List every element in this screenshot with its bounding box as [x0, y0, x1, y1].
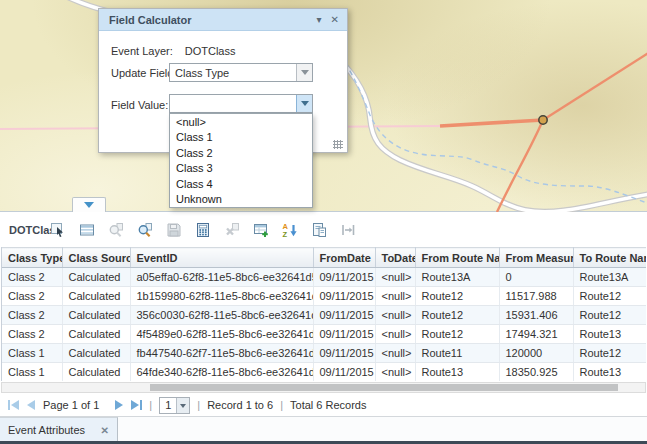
dropdown-option[interactable]: Class 2	[170, 145, 312, 161]
panel-collapse-button[interactable]	[72, 197, 106, 212]
cell-from-measure[interactable]: 0	[499, 268, 573, 287]
cell-to-route-name[interactable]: Route12	[573, 344, 646, 363]
cell-class-type[interactable]: Class 2	[2, 325, 62, 344]
page-select-dropdown-button[interactable]	[176, 398, 189, 413]
cell-class-source[interactable]: Calculated	[62, 344, 130, 363]
cell-from-route-name[interactable]: Route12	[415, 306, 499, 325]
cell-to-date[interactable]: <null>	[375, 344, 415, 363]
resize-grip[interactable]	[333, 140, 343, 149]
table-row[interactable]: Class 2 Calculated 1b159980-62f8-11e5-8b…	[2, 287, 646, 306]
dropdown-option[interactable]: Class 4	[170, 176, 312, 192]
attribute-table-panel: DOTClass	[0, 212, 647, 444]
cell-class-type[interactable]: Class 2	[2, 268, 62, 287]
cell-from-measure[interactable]: 11517.988	[499, 287, 573, 306]
cell-from-date[interactable]: 09/11/2015	[313, 363, 375, 382]
cell-event-id[interactable]: 1b159980-62f8-11e5-8bc6-ee32641d5ec9	[130, 287, 313, 306]
scrollbar-thumb[interactable]	[150, 384, 618, 391]
cell-from-date[interactable]: 09/11/2015	[313, 268, 375, 287]
cell-from-date[interactable]: 09/11/2015	[313, 287, 375, 306]
cell-event-id[interactable]: a05effa0-62f8-11e5-8bc6-ee32641d5ec9	[130, 268, 313, 287]
table-row[interactable]: Class 1 Calculated fb447540-62f7-11e5-8b…	[2, 344, 646, 363]
cell-class-source[interactable]: Calculated	[62, 363, 130, 382]
dialog-close-icon[interactable]: ✕	[331, 15, 339, 25]
cell-class-source[interactable]: Calculated	[62, 287, 130, 306]
column-header[interactable]: From Measure	[499, 248, 573, 268]
dropdown-option[interactable]: <null>	[170, 114, 312, 130]
cell-class-type[interactable]: Class 1	[2, 344, 62, 363]
cell-from-route-name[interactable]: Route13A	[415, 268, 499, 287]
cell-class-type[interactable]: Class 2	[2, 306, 62, 325]
chevron-down-icon	[180, 404, 186, 411]
attributes-icon[interactable]	[310, 221, 327, 238]
tab-event-attributes[interactable]: Event Attributes ✕	[0, 417, 118, 442]
cell-from-route-name[interactable]: Route12	[415, 287, 499, 306]
field-value-select[interactable]	[169, 94, 313, 113]
field-calculator-icon[interactable]	[194, 221, 211, 238]
cell-to-route-name[interactable]: Route12	[573, 306, 646, 325]
cell-from-measure[interactable]: 17494.321	[499, 325, 573, 344]
cell-to-route-name[interactable]: Route13A	[573, 268, 646, 287]
save-icon-disabled	[165, 221, 182, 238]
cell-to-date[interactable]: <null>	[375, 306, 415, 325]
cell-from-measure[interactable]: 15931.406	[499, 306, 573, 325]
dialog-collapse-icon[interactable]: ▾	[317, 15, 322, 25]
cell-event-id[interactable]: 4f5489e0-62f8-11e5-8bc6-ee32641d5ec9	[130, 325, 313, 344]
add-record-icon[interactable]	[252, 221, 269, 238]
cell-to-route-name[interactable]: Route13	[573, 325, 646, 344]
cell-from-date[interactable]: 09/11/2015	[313, 325, 375, 344]
cell-class-type[interactable]: Class 1	[2, 363, 62, 382]
table-row[interactable]: Class 2 Calculated 356c0030-62f8-11e5-8b…	[2, 306, 646, 325]
tab-close-icon[interactable]: ✕	[101, 425, 109, 436]
page-select-value: 1	[160, 399, 176, 411]
field-value-dropdown-button[interactable]	[296, 95, 312, 112]
dialog-title: Field Calculator	[109, 14, 308, 26]
show-selected-records-icon[interactable]	[78, 221, 95, 238]
column-header[interactable]: ToDate	[375, 248, 415, 268]
horizontal-scrollbar[interactable]	[1, 382, 646, 393]
cell-to-route-name[interactable]: Route12	[573, 287, 646, 306]
cell-class-source[interactable]: Calculated	[62, 306, 130, 325]
table-row[interactable]: Class 2 Calculated a05effa0-62f8-11e5-8b…	[2, 268, 646, 287]
dialog-titlebar[interactable]: Field Calculator ▾ ✕	[99, 9, 347, 31]
cell-to-date[interactable]: <null>	[375, 268, 415, 287]
previous-page-button[interactable]	[27, 400, 35, 410]
cell-from-date[interactable]: 09/11/2015	[313, 344, 375, 363]
page-select[interactable]: 1	[159, 397, 190, 414]
column-header[interactable]: From Route Name	[415, 248, 499, 268]
table-row[interactable]: Class 2 Calculated 4f5489e0-62f8-11e5-8b…	[2, 325, 646, 344]
zoom-to-selected-icon-disabled	[107, 221, 124, 238]
cell-class-source[interactable]: Calculated	[62, 268, 130, 287]
cell-from-date[interactable]: 09/11/2015	[313, 306, 375, 325]
cell-from-route-name[interactable]: Route11	[415, 344, 499, 363]
cell-to-date[interactable]: <null>	[375, 363, 415, 382]
sort-icon[interactable]: AZ	[281, 221, 298, 238]
next-page-button[interactable]	[115, 400, 123, 410]
cell-event-id[interactable]: 64fde340-62f8-11e5-8bc6-ee32641d5ec9	[130, 363, 313, 382]
cell-from-route-name[interactable]: Route13	[415, 363, 499, 382]
dropdown-option[interactable]: Class 3	[170, 161, 312, 177]
zoom-to-records-icon[interactable]	[136, 221, 153, 238]
cell-class-type[interactable]: Class 2	[2, 287, 62, 306]
column-header[interactable]: EventID	[130, 248, 313, 268]
column-header[interactable]: Class Type	[2, 248, 62, 268]
last-page-button[interactable]	[131, 400, 142, 410]
column-header[interactable]: FromDate	[313, 248, 375, 268]
select-records-icon[interactable]	[49, 221, 66, 238]
first-page-button[interactable]	[8, 400, 19, 410]
cell-event-id[interactable]: 356c0030-62f8-11e5-8bc6-ee32641d5ec9	[130, 306, 313, 325]
cell-from-measure[interactable]: 120000	[499, 344, 573, 363]
cell-from-measure[interactable]: 18350.925	[499, 363, 573, 382]
cell-event-id[interactable]: fb447540-62f7-11e5-8bc6-ee32641d5ec9	[130, 344, 313, 363]
update-field-select[interactable]: Class Type	[169, 63, 313, 82]
cell-from-route-name[interactable]: Route12	[415, 325, 499, 344]
table-row[interactable]: Class 1 Calculated 64fde340-62f8-11e5-8b…	[2, 363, 646, 382]
column-header[interactable]: Class Source	[62, 248, 130, 268]
update-field-dropdown-button[interactable]	[296, 64, 312, 81]
cell-to-date[interactable]: <null>	[375, 325, 415, 344]
dropdown-option[interactable]: Class 1	[170, 130, 312, 146]
column-header[interactable]: To Route Name	[573, 248, 646, 268]
dropdown-option[interactable]: Unknown	[170, 192, 312, 208]
cell-to-route-name[interactable]: Route13	[573, 363, 646, 382]
cell-to-date[interactable]: <null>	[375, 287, 415, 306]
cell-class-source[interactable]: Calculated	[62, 325, 130, 344]
